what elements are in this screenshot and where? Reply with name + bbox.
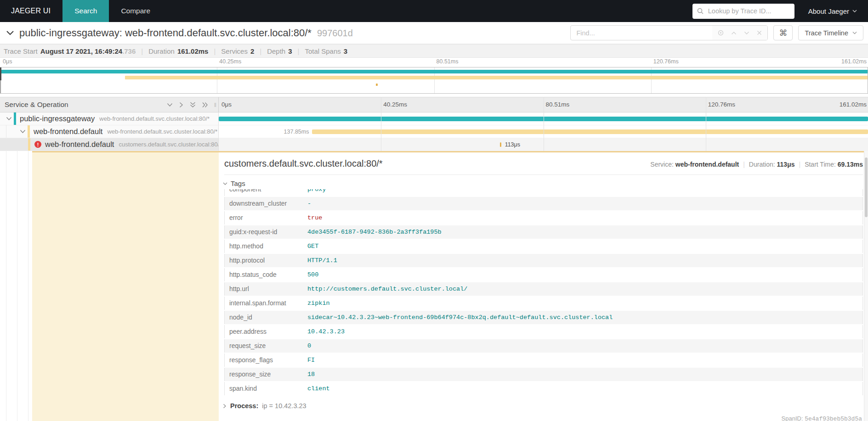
collapse-one-icon[interactable] (167, 103, 173, 107)
span-operation-name: web-frontend.default.svc.cluster.local:8… (107, 128, 217, 135)
meta-value: 3 (344, 47, 347, 55)
tag-row[interactable]: http.methodGET (225, 239, 863, 253)
tag-key: node_id (225, 310, 303, 325)
minimap-viewport[interactable] (0, 67, 868, 94)
tag-value: FI (303, 353, 863, 367)
expand-one-icon[interactable] (179, 102, 183, 108)
tag-row[interactable]: peer.address10.42.3.23 (225, 325, 863, 339)
detail-meta-value: 69.13ms (838, 161, 863, 168)
span-duration-bar[interactable] (312, 129, 868, 134)
about-jaeger-menu[interactable]: About Jaeger (808, 7, 857, 15)
span-row[interactable]: !web-frontend.defaultcustomers.default.s… (0, 138, 868, 151)
meta-value-fraction: .736 (122, 47, 136, 55)
collapse-trace-chevron-icon[interactable] (6, 30, 15, 36)
next-match-icon[interactable] (744, 31, 749, 35)
ruler-tick-label: 0μs (221, 101, 232, 108)
trace-meta-item: Trace StartAugust 17 2021, 16:49:24.736 (4, 47, 136, 55)
span-collapse-chevron-icon[interactable] (6, 117, 12, 121)
column-resizer-handle[interactable]: ‖ (214, 101, 216, 108)
tags-section-toggle[interactable]: Tags (223, 180, 863, 187)
trace-meta-item: Services2 (221, 47, 254, 55)
span-detail-panel: customers.default.svc.cluster.local:80/*… (219, 152, 863, 421)
tag-row[interactable]: span.kindclient (225, 382, 863, 396)
trace-title: public-ingressgateway: web-frontend.defa… (19, 27, 353, 39)
trace-lookup-input[interactable] (707, 7, 795, 15)
tag-value: 0 (303, 339, 863, 353)
service-operation-header: Service & Operation (5, 101, 68, 109)
detail-span-meta: Service: web-frontend.default|Duration: … (650, 161, 863, 168)
nav-tab-compare[interactable]: Compare (109, 0, 162, 22)
focus-match-icon[interactable] (718, 30, 724, 36)
clear-find-icon[interactable] (757, 30, 762, 35)
span-row[interactable]: public-ingressgatewayweb-frontend.defaul… (0, 112, 868, 125)
span-row[interactable]: web-frontend.defaultweb-frontend.default… (0, 125, 868, 138)
tag-row[interactable]: response_size18 (225, 367, 863, 382)
span-timeline-cell[interactable]: 137.85ms (219, 125, 868, 138)
trace-meta-item: Duration161.02ms (148, 47, 208, 55)
span-collapse-chevron-icon[interactable] (20, 129, 26, 134)
tag-row[interactable]: componentproxy (225, 189, 863, 196)
tag-key: http.status_code (225, 268, 303, 282)
span-name-cell[interactable]: !web-frontend.defaultcustomers.default.s… (0, 138, 219, 151)
prev-match-icon[interactable] (731, 31, 737, 35)
divider: | (743, 161, 745, 168)
tag-key: component (225, 189, 303, 196)
chevron-down-icon (852, 31, 857, 34)
divider: | (260, 47, 261, 55)
error-icon: ! (34, 141, 41, 148)
indent-guide (28, 151, 28, 421)
find-input[interactable] (571, 29, 712, 37)
span-name-cell[interactable]: web-frontend.defaultweb-frontend.default… (0, 125, 219, 138)
detail-meta-item: Service: web-frontend.default (650, 161, 739, 168)
minimap-drag-handle[interactable] (0, 67, 1, 80)
keyboard-shortcuts-button[interactable]: ⌘ (773, 25, 793, 40)
span-timeline-cell[interactable]: 113μs (219, 138, 868, 151)
collapse-all-icon[interactable] (190, 102, 196, 108)
tag-row[interactable]: guid:x-request-id4de3455f-6187-9492-836b… (225, 225, 863, 239)
tag-key: downstream_cluster (225, 196, 303, 211)
tag-row[interactable]: response_flagsFI (225, 353, 863, 367)
span-timeline-cell[interactable] (219, 112, 868, 125)
minimap-canvas[interactable] (0, 67, 868, 94)
tag-row[interactable]: request_size0 (225, 339, 863, 353)
trace-title-text: public-ingressgateway: web-frontend.defa… (19, 27, 312, 39)
tag-row[interactable]: internal.span.formatzipkin (225, 296, 863, 310)
tag-value: - (303, 196, 863, 211)
tag-key: guid:x-request-id (225, 225, 303, 239)
trace-view-selector[interactable]: Trace Timeline (798, 25, 863, 40)
span-id: SpanID: 5e4af93beb5b3d5a (782, 415, 862, 421)
tag-row[interactable]: http.urlhttp://customers.default.svc.clu… (225, 282, 863, 296)
detail-operation-title: customers.default.svc.cluster.local:80/* (224, 158, 383, 169)
app-logo[interactable]: JAEGER UI (0, 0, 62, 22)
meta-label: Services (221, 47, 248, 55)
tag-value: proxy (303, 189, 863, 196)
process-section-toggle[interactable]: Process: ip = 10.42.3.23 (223, 402, 306, 410)
span-duration-bar[interactable] (500, 142, 501, 147)
tag-value: GET (303, 239, 863, 253)
scrollbar-thumb[interactable] (865, 157, 868, 217)
tag-value: client (303, 382, 863, 396)
tag-row[interactable]: http.protocolHTTP/1.1 (225, 253, 863, 268)
divider: | (214, 47, 216, 55)
timeline-header-row: Service & Operation ‖ 0μs40.25ms80.51ms1… (0, 97, 868, 112)
span-color-bar (28, 125, 30, 138)
tag-row[interactable]: downstream_cluster- (225, 196, 863, 211)
tag-row[interactable]: errortrue (225, 211, 863, 225)
expand-all-icon[interactable] (202, 102, 208, 108)
meta-value: 161.02ms (177, 47, 209, 55)
nav-tab-search[interactable]: Search (62, 0, 109, 22)
tag-row[interactable]: node_idsidecar~10.42.3.23~web-frontend-6… (225, 310, 863, 325)
vertical-scrollbar[interactable] (864, 151, 868, 421)
span-duration-bar[interactable] (219, 117, 868, 121)
span-color-bar (14, 112, 16, 125)
chevron-down-icon (223, 182, 227, 185)
ruler-tick-label: 80.51ms (437, 58, 459, 65)
span-name-cell[interactable]: public-ingressgatewayweb-frontend.defaul… (0, 112, 219, 125)
tag-row[interactable]: http.status_code500 (225, 268, 863, 282)
indent-guide (17, 138, 28, 151)
ruler-tick-label: 120.76ms (708, 101, 735, 108)
divider: | (141, 47, 143, 55)
trace-lookup-box (692, 4, 794, 19)
indent-guide (6, 125, 17, 138)
meta-value: 2 (250, 47, 254, 55)
